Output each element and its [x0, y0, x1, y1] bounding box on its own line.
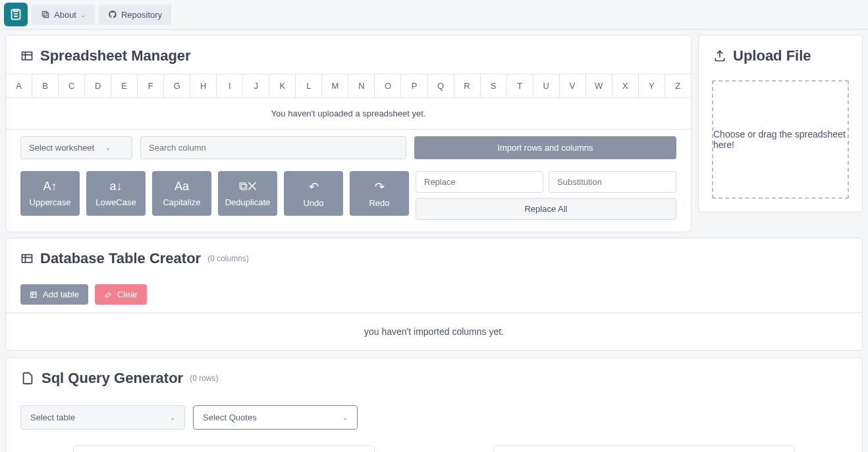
- chevron-down-icon: ⌄: [170, 414, 175, 421]
- sql-card: Sql Query Generator (0 rows) Select tabl…: [5, 357, 863, 452]
- col-J[interactable]: J: [243, 74, 269, 97]
- import-button[interactable]: Import rows and columns: [414, 136, 676, 159]
- sql-title: Sql Query Generator: [41, 370, 183, 387]
- col-A[interactable]: A: [6, 74, 32, 97]
- clear-button[interactable]: Clear: [95, 284, 147, 305]
- chevron-down-icon: ⌄: [105, 144, 111, 151]
- uppercase-label: Uppercase: [30, 197, 71, 207]
- uppercase-icon: A↑: [43, 180, 57, 193]
- chevron-down-icon: ⌄: [342, 414, 348, 421]
- add-table-label: Add table: [43, 289, 79, 299]
- chevron-down-icon: ⌄: [80, 11, 86, 18]
- col-D[interactable]: D: [85, 74, 111, 97]
- substitution-input[interactable]: [549, 171, 676, 193]
- col-H[interactable]: H: [190, 74, 217, 97]
- clear-label: Clear: [117, 289, 138, 299]
- topbar: About ⌄ Repository: [0, 0, 868, 30]
- capitalize-label: Capitalize: [163, 197, 200, 207]
- dropzone[interactable]: Choose or drag the spreadsheet here!: [712, 80, 849, 199]
- deduplicate-icon: ⧉✕: [239, 180, 257, 193]
- upload-card: Upload File Choose or drag the spreadshe…: [698, 35, 863, 213]
- sql-count: (0 rows): [190, 374, 218, 383]
- undo-button[interactable]: ↶ Undo: [284, 171, 343, 216]
- capitalize-button[interactable]: Aa Capitalize: [152, 171, 211, 216]
- uppercase-button[interactable]: A↑ Uppercase: [20, 171, 80, 216]
- spreadsheet-icon: [20, 49, 34, 63]
- col-W[interactable]: W: [586, 74, 612, 97]
- db-title: Database Table Creator: [40, 250, 201, 267]
- github-icon: [108, 10, 117, 19]
- col-G[interactable]: G: [164, 74, 190, 97]
- spreadsheet-title: Spreadsheet Manager: [40, 47, 191, 64]
- repository-button[interactable]: Repository: [99, 5, 171, 25]
- repository-label: Repository: [121, 10, 162, 20]
- select-table[interactable]: Select table ⌄: [20, 405, 185, 430]
- db-count: (0 columns): [207, 254, 249, 263]
- spreadsheet-card: Spreadsheet Manager A B C D E F G H I J …: [5, 35, 692, 232]
- col-F[interactable]: F: [138, 74, 164, 97]
- col-T[interactable]: T: [507, 74, 533, 97]
- db-table-card: Database Table Creator (0 columns) Add t…: [5, 238, 863, 351]
- deduplicate-label: Deduplicate: [225, 197, 271, 207]
- db-empty: you haven't imported columns yet.: [6, 313, 862, 350]
- col-M[interactable]: M: [322, 74, 348, 97]
- layers-icon: [41, 10, 50, 19]
- select-quotes-label: Select Quotes: [203, 413, 257, 422]
- app-logo: [4, 3, 28, 26]
- table-icon: [20, 252, 34, 265]
- add-table-icon: [30, 290, 39, 299]
- col-U[interactable]: U: [533, 74, 560, 97]
- select-quotes[interactable]: Select Quotes ⌄: [193, 405, 358, 430]
- svg-rect-5: [31, 291, 36, 297]
- col-I[interactable]: I: [217, 74, 243, 97]
- col-E[interactable]: E: [111, 74, 138, 97]
- svg-rect-1: [42, 11, 47, 16]
- redo-button[interactable]: ↷ Redo: [350, 171, 409, 216]
- redo-icon: ↷: [375, 180, 385, 194]
- dropzone-hint: Choose or drag the spreadsheet here!: [713, 129, 848, 150]
- eraser-icon: [104, 290, 113, 299]
- svg-rect-3: [22, 52, 32, 60]
- undo-icon: ↶: [309, 180, 319, 194]
- clipboard-icon: [9, 7, 23, 22]
- col-X[interactable]: X: [612, 74, 639, 97]
- upload-icon: [713, 49, 726, 63]
- generate-insert-card: Generate Insert: [73, 445, 375, 452]
- replace-input[interactable]: [416, 171, 543, 193]
- col-Q[interactable]: Q: [428, 74, 454, 97]
- about-label: About: [54, 10, 76, 20]
- col-V[interactable]: V: [560, 74, 586, 97]
- col-O[interactable]: O: [375, 74, 401, 97]
- deduplicate-button[interactable]: ⧉✕ Deduplicate: [218, 171, 277, 216]
- sql-icon: [20, 371, 35, 386]
- worksheet-label: Select worksheet: [29, 143, 94, 153]
- worksheet-select[interactable]: Select worksheet ⌄: [20, 136, 132, 159]
- about-button[interactable]: About ⌄: [32, 5, 95, 25]
- spreadsheet-empty: You haven't uploaded a spreadsheet yet.: [6, 98, 691, 130]
- add-table-button[interactable]: Add table: [20, 284, 88, 305]
- lowercase-label: LoweCase: [95, 197, 136, 207]
- generate-update-card: Generate Update: [493, 445, 795, 452]
- upload-title: Upload File: [733, 47, 811, 64]
- col-B[interactable]: B: [32, 74, 59, 97]
- col-P[interactable]: P: [401, 74, 427, 97]
- col-L[interactable]: L: [296, 74, 322, 97]
- col-C[interactable]: C: [59, 74, 85, 97]
- capitalize-icon: Aa: [175, 180, 189, 193]
- select-table-label: Select table: [30, 413, 75, 422]
- col-K[interactable]: K: [269, 74, 296, 97]
- replace-all-button[interactable]: Replace All: [416, 198, 676, 220]
- column-letters: A B C D E F G H I J K L M N O P Q R S T: [6, 74, 691, 98]
- col-S[interactable]: S: [481, 74, 507, 97]
- undo-label: Undo: [303, 198, 323, 208]
- search-column-input[interactable]: [140, 136, 406, 159]
- svg-rect-2: [44, 13, 49, 18]
- col-R[interactable]: R: [454, 74, 481, 97]
- lowercase-button[interactable]: a↓ LoweCase: [86, 171, 146, 216]
- lowercase-icon: a↓: [109, 180, 122, 193]
- col-N[interactable]: N: [348, 74, 375, 97]
- redo-label: Redo: [369, 198, 389, 208]
- col-Y[interactable]: Y: [639, 74, 665, 97]
- svg-rect-4: [22, 255, 32, 263]
- col-Z[interactable]: Z: [665, 74, 691, 97]
